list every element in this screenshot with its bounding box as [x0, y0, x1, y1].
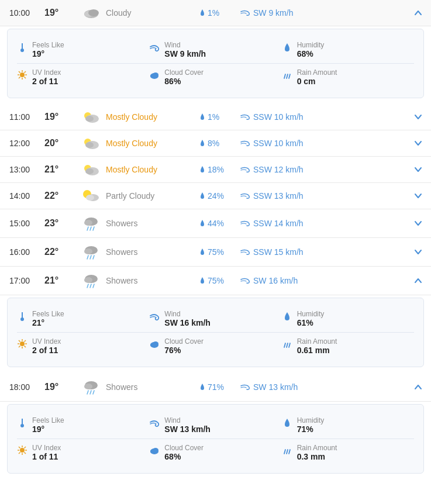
humidity-icon-7: [282, 311, 292, 325]
cloud-value-7: 76%: [164, 346, 204, 355]
precip-6: 75%: [199, 247, 240, 257]
detail-row-bottom-8: UV Index 1 of 11 Cloud Cover 68% Rain Am…: [17, 439, 414, 466]
time-5: 15:00: [9, 219, 44, 228]
temp-0: 19°: [44, 8, 77, 18]
svg-point-51: [20, 341, 25, 346]
rain-value-7: 0.61 mm: [297, 346, 337, 355]
weather-row-8[interactable]: 18:00 19° Showers 71% SW 13 km/h: [0, 373, 431, 402]
wind-0: SW 9 km/h: [240, 8, 311, 18]
chevron-6: [410, 250, 422, 254]
weather-row-4[interactable]: 14:00 22° Partly Cloudy 24% SSW 13 km/h: [0, 183, 431, 209]
svg-point-44: [84, 277, 92, 283]
description-4: Partly Cloudy: [106, 191, 199, 201]
time-4: 14:00: [9, 191, 44, 201]
humidity-value-7: 61%: [297, 318, 325, 327]
humidity-icon-8: [282, 417, 292, 431]
svg-point-62: [153, 341, 158, 346]
svg-point-74: [20, 448, 25, 453]
detail-row-top-0: Feels Like 19° Wind SW 9 km/h Humidity: [17, 36, 414, 63]
wind-6: SSW 15 km/h: [240, 247, 311, 257]
chevron-1: [410, 115, 422, 119]
weather-row-1[interactable]: 11:00 19° Mostly Cloudy 1% SSW 10 km/h: [0, 104, 431, 130]
temp-1: 19°: [44, 112, 77, 122]
wind-label-8: Wind: [164, 416, 211, 424]
cloud-icon-8: [149, 445, 160, 458]
humidity-label-7: Humidity: [297, 310, 325, 318]
svg-line-46: [90, 284, 91, 288]
description-0: Cloudy: [106, 8, 199, 18]
weather-row-2[interactable]: 12:00 20° Mostly Cloudy 8% SSW 10 km/h: [0, 130, 431, 157]
uv-value-7: 2 of 11: [32, 346, 61, 355]
rain-icon-8: [282, 445, 292, 458]
temp-5: 23°: [44, 218, 77, 229]
svg-point-6: [20, 73, 25, 77]
humidity-icon-0: [282, 42, 292, 56]
feels-like-label-0: Feels Like: [32, 41, 64, 49]
wind-icon-8: [149, 417, 160, 431]
feels-like-value-7: 21°: [32, 318, 64, 327]
uv-item-7: UV Index 2 of 11: [17, 337, 149, 355]
cloud-item-0: Cloud Cover 86%: [149, 68, 281, 86]
uv-item-8: UV Index 1 of 11: [17, 444, 149, 461]
wind-value-0: SW 9 km/h: [164, 49, 206, 58]
cloud-icon-0: [149, 70, 160, 83]
rain-value-0: 0 cm: [297, 77, 337, 86]
weather-row-6[interactable]: 16:00 22° Showers 75% SSW 15 km/h: [0, 238, 431, 267]
humidity-label-8: Humidity: [297, 416, 325, 424]
uv-icon-0: [17, 70, 27, 83]
weather-icon-8: [77, 379, 106, 395]
svg-line-41: [90, 256, 91, 259]
chevron-5: [410, 221, 422, 226]
description-5: Showers: [106, 219, 199, 228]
weather-row-5[interactable]: 15:00 23° Showers 44% SSW 14 km/h: [0, 209, 431, 238]
svg-point-29: [85, 168, 94, 174]
cloud-label-7: Cloud Cover: [164, 337, 204, 346]
svg-line-69: [90, 391, 91, 394]
svg-point-39: [84, 248, 92, 254]
svg-line-79: [19, 447, 20, 448]
temp-8: 19°: [44, 382, 77, 392]
uv-label-8: UV Index: [32, 444, 61, 452]
feels-like-value-8: 19°: [32, 424, 64, 434]
svg-point-34: [84, 220, 92, 226]
weather-row-0[interactable]: 10:00 19° Cloudy 1% SW 9 km/h: [0, 0, 431, 26]
weather-icon-6: [77, 244, 106, 260]
svg-point-23: [85, 116, 94, 122]
wind-label-7: Wind: [164, 310, 211, 318]
svg-line-35: [87, 227, 88, 230]
wind-item-7: Wind SW 16 km/h: [149, 310, 281, 327]
svg-line-36: [90, 227, 91, 230]
precip-7: 75%: [199, 276, 240, 285]
humidity-item-8: Humidity 71%: [282, 416, 414, 434]
svg-line-56: [19, 340, 20, 342]
time-3: 13:00: [9, 165, 44, 174]
weather-icon-3: [77, 163, 106, 177]
precip-1: 1%: [199, 112, 240, 122]
cloud-item-7: Cloud Cover 76%: [149, 337, 281, 355]
svg-point-17: [153, 73, 158, 77]
wind-5: SSW 14 km/h: [240, 219, 311, 228]
wind-1: SSW 10 km/h: [240, 112, 311, 122]
wind-label-0: Wind: [164, 41, 206, 49]
svg-line-86: [284, 450, 285, 454]
svg-rect-73: [22, 419, 23, 423]
svg-line-19: [287, 74, 288, 78]
weather-row-7[interactable]: 17:00 21° Showers 75% SW 16 km/h: [0, 267, 431, 295]
cloud-value-0: 86%: [164, 77, 204, 86]
svg-line-80: [25, 453, 26, 454]
svg-rect-50: [22, 312, 23, 317]
wind-item-8: Wind SW 13 km/h: [149, 416, 281, 434]
detail-row-bottom-7: UV Index 2 of 11 Cloud Cover 76% Rain Am…: [17, 332, 414, 360]
time-6: 16:00: [9, 247, 44, 257]
detail-panel-8: Feels Like 19° Wind SW 13 km/h Humidity: [7, 404, 424, 474]
cloud-icon-7: [149, 339, 160, 352]
weather-row-3[interactable]: 13:00 21° Mostly Cloudy 18% SSW 12 km/h: [0, 157, 431, 183]
rain-item-8: Rain Amount 0.3 mm: [282, 444, 414, 461]
detail-panel-7: Feels Like 21° Wind SW 16 km/h Humidity: [7, 298, 424, 367]
svg-line-11: [19, 71, 20, 73]
time-2: 12:00: [9, 139, 44, 148]
svg-line-63: [284, 343, 285, 347]
feels-like-icon-0: [17, 42, 27, 56]
svg-point-67: [84, 384, 92, 389]
svg-line-88: [289, 450, 290, 454]
